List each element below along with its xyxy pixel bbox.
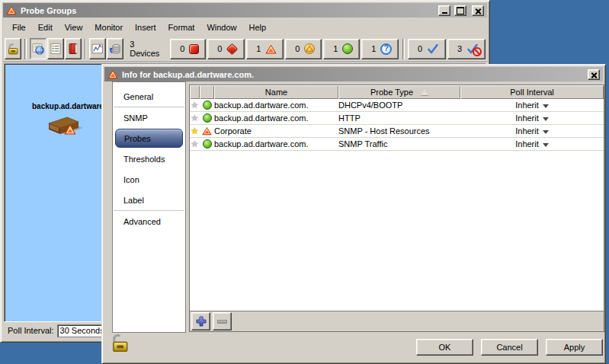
poll-interval-select[interactable]: 30 Seconds [57,324,106,337]
tab-probes[interactable]: Probes [115,129,183,148]
poll-interval-label: Poll Interval: [8,326,54,335]
menu-bar: File Edit View Monitor Insert Format Win… [3,19,487,36]
star-icon[interactable]: ★ [191,126,199,136]
menu-edit[interactable]: Edit [32,21,59,34]
toolbar-separator [402,39,405,59]
lock-open-icon [7,43,19,55]
log-book-icon [67,43,79,55]
dropdown-arrow-icon [543,104,549,108]
menu-insert[interactable]: Insert [129,21,162,34]
tab-icon[interactable]: Icon [113,169,185,190]
desktop: { "colors": { "desktop": "#3b6ea5", "map… [0,0,609,364]
menu-format[interactable]: Format [162,21,201,34]
header-name[interactable]: Name [214,85,338,99]
status-ok-button[interactable]: 1 [323,39,360,59]
remove-probe-button[interactable] [213,312,232,330]
menu-monitor[interactable]: Monitor [88,21,129,34]
warning-triangle-icon [6,5,17,15]
status-down-button[interactable]: 0 [170,39,206,59]
dropdown-arrow-icon [543,130,549,134]
dialog-title: Info for backup.ad.dartware.com. [122,70,584,79]
table-row[interactable]: ★ backup.ad.dartware.com. SNMP Traffic I… [190,138,604,151]
status-ok-icon [203,139,212,148]
status-ok-icon [203,113,212,123]
main-titlebar[interactable]: Probe Groups [3,3,487,18]
header-status-column[interactable] [200,85,214,99]
star-icon[interactable]: ★ [191,139,199,148]
red-square-icon [189,44,199,54]
table-row[interactable]: ★ backup.ad.dartware.com. DHCPv4/BOOTP I… [190,99,604,112]
list-view-button[interactable] [47,38,64,59]
tab-advanced[interactable]: Advanced [113,211,185,231]
minimize-button[interactable] [438,5,450,16]
dialog-sidebar: General SNMP Probes Thresholds Icon Labe… [112,81,186,333]
probe-list-icon [50,43,62,55]
dropdown-arrow-icon [543,117,549,121]
poll-interval-dropdown[interactable]: Inherit [460,99,604,111]
poll-interval-dropdown[interactable]: Inherit [460,138,604,150]
tab-general[interactable]: General [113,86,185,107]
plus-icon [196,316,207,327]
map-globe-icon [32,43,44,55]
check-blocked-icon [466,43,479,54]
header-star-column[interactable] [190,85,200,99]
status-warn-ack-button[interactable]: 0 [285,39,322,59]
sort-ascending-icon [421,89,428,95]
map-view-button[interactable] [30,38,46,59]
minus-icon [217,320,227,324]
toolbar-separator [24,39,27,59]
status-ok-icon [203,101,212,110]
dialog-titlebar[interactable]: Info for backup.ad.dartware.com. [104,67,603,81]
toolbar: 3 Devices 0 0 1 0 1 1 [3,36,487,62]
info-dialog: Info for backup.ad.dartware.com. General… [101,64,606,364]
header-poll-interval[interactable]: Poll Interval [460,85,604,99]
red-diamond-icon [226,43,239,55]
menu-help[interactable]: Help [243,21,273,34]
database-sync-icon [109,43,121,55]
dropdown-arrow-icon [543,143,549,147]
log-button[interactable] [65,38,82,59]
menu-file[interactable]: File [6,21,32,34]
database-sync-button[interactable] [107,38,123,59]
status-alarm-button[interactable]: 0 [207,39,245,59]
star-icon[interactable]: ★ [191,113,199,123]
dialog-close-button[interactable] [588,69,600,80]
star-icon[interactable]: ★ [191,101,199,110]
table-row[interactable]: ★ Corporate SNMP - Host Resources Inheri… [190,125,604,138]
status-acknowledged-button[interactable]: 0 [408,39,446,59]
tab-snmp[interactable]: SNMP [113,107,185,128]
chart-button[interactable] [89,38,106,59]
apply-button[interactable]: Apply [546,339,603,356]
window-title: Probe Groups [21,6,434,15]
status-unknown-button[interactable]: 1 [361,39,399,59]
amber-circle-triangle-icon [304,43,315,54]
devices-count-label: 3 Devices [130,40,159,58]
lock-button[interactable] [5,38,21,59]
tab-thresholds[interactable]: Thresholds [113,148,185,169]
device-switch-icon[interactable] [44,113,84,140]
table-footer [190,311,604,331]
blue-check-icon [427,43,439,54]
close-button[interactable] [472,5,484,16]
status-warning-button[interactable]: 1 [246,39,284,59]
poll-interval-dropdown[interactable]: Inherit [460,112,604,124]
menu-window[interactable]: Window [200,21,242,34]
toolbar-separator [85,39,87,59]
table-row[interactable]: ★ backup.ad.dartware.com. HTTP Inherit [190,112,604,125]
chart-icon [91,43,104,55]
orange-triangle-icon [265,44,277,54]
status-warning-icon [202,126,212,136]
status-unacknowledged-button[interactable]: 3 [447,39,486,59]
poll-interval-dropdown[interactable]: Inherit [460,125,604,137]
warning-triangle-icon [107,69,118,79]
tab-label[interactable]: Label [113,190,185,210]
green-circle-icon [342,43,353,54]
unlocked-icon[interactable] [111,333,129,353]
menu-view[interactable]: View [59,21,89,34]
probe-table: Name Probe Type Poll Interval ★ backup.a… [189,85,604,332]
ok-button[interactable]: OK [416,339,473,356]
maximize-button[interactable] [454,5,466,16]
header-probe-type[interactable]: Probe Type [338,85,460,99]
cancel-button[interactable]: Cancel [481,339,538,356]
add-probe-button[interactable] [191,312,210,330]
